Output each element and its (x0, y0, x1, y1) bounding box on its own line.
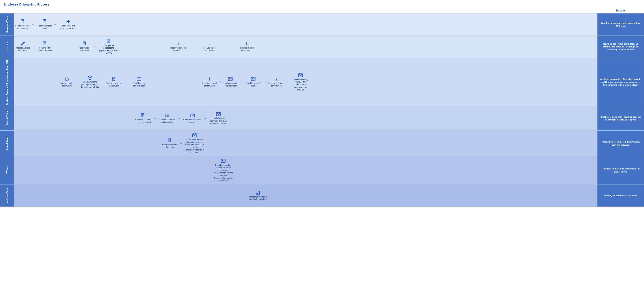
lane-newhire: New Hire Accepts & signs offer letter → … (0, 36, 644, 58)
lane-recruiting: Recruiting Team Sends offer letter to ca… (0, 14, 644, 36)
lane-body-it: Complete new hire equipment setup proces… (14, 156, 598, 184)
result-benefits-text: Enrollment completed, new hire benefits … (600, 116, 642, 121)
step-nh-5-label: Receives benefits information (169, 47, 187, 52)
svg-rect-22 (256, 193, 258, 194)
lane-header-recruiting: Recruiting Team (0, 14, 14, 36)
lane-body-etd: Receives notice of new hire → Sends welc… (14, 58, 598, 106)
lane-body-payroll: Receives benefits information → Complete… (14, 131, 598, 156)
step-etd-1: Receives notice of new hire (58, 76, 76, 87)
step-recruiting-3: Sends letter and docs to ETD Team (58, 19, 78, 30)
mail-icon-etd6 (228, 76, 233, 82)
step-nh-7: Receives IT setup confirmation (237, 41, 256, 52)
page-title: Employee Onboarding Process (0, 0, 644, 8)
step-pay-2: Completes payroll setup & direct deposit… (184, 133, 206, 154)
step-etd-2: Sends welcome package (schedule, benefit… (80, 75, 100, 88)
doc-arrow-icon (66, 19, 70, 24)
step-ben-4: Emails benefits summary and plan details… (208, 112, 229, 125)
arrow-etd3: → (125, 80, 128, 84)
result-it: IT setup completed, confirmation sent an… (598, 156, 644, 184)
mail-icon-etd7 (251, 76, 256, 82)
lane-marketing: Marketing Team Schedules Welcome meeting… (0, 184, 644, 206)
arrow-etd6: → (239, 80, 242, 84)
calendar-icon-mkt1 (255, 190, 260, 195)
arrow-etd7: → (264, 80, 268, 84)
download-icon-nh6 (207, 41, 212, 46)
download-icon-nh5 (176, 41, 181, 46)
result-payroll: Payroll setup completed, confirmation se… (598, 131, 644, 156)
mail-icon-etd9 (298, 73, 303, 78)
lane-benefits: Benefits Team Receives benefits options … (0, 106, 644, 131)
result-recruiting-text: New hire acceptance letter received by E… (600, 22, 642, 28)
lane-etd: Employee Training & Development Team (ET… (0, 58, 644, 106)
result-newhire-text: New hire paperwork completed, all confir… (600, 42, 642, 51)
lane-body-benefits: Receives benefits options paperwork → Co… (14, 106, 598, 130)
lane-label-payroll: Payroll Team (5, 136, 9, 150)
mail-icon-pay2 (192, 133, 197, 138)
arrow-nh1: → (32, 45, 36, 49)
lane-label-it: IT Team (5, 166, 9, 175)
step-etd-1-label: Receives notice of new hire (59, 82, 75, 87)
step-etd-3: Receives new hire paperwork (103, 76, 125, 87)
lane-label-marketing: Marketing Team (5, 187, 9, 204)
lane-header-etd: Employee Training & Development Team (ET… (0, 58, 14, 106)
doc-icon-nh4 (106, 39, 111, 44)
svg-point-14 (166, 115, 166, 116)
step-pay-2-label: Completes payroll setup & direct deposit… (185, 138, 204, 154)
arrow-etd1: → (76, 80, 80, 84)
doc-icon-2 (42, 19, 47, 24)
lane-body-marketing: Schedules Welcome meeting for new hire (14, 184, 598, 206)
step-etd-4-label: Email forms to benefits team (129, 82, 149, 87)
doc-icon-pay1 (167, 138, 172, 143)
arrow-etd5: → (218, 80, 222, 84)
step-nh-4-label: Completes onboarding paperwork & returns… (99, 44, 119, 55)
step-nh-4: Completes onboarding paperwork & returns… (98, 39, 120, 55)
arrow-r1: → (32, 22, 36, 26)
step-pay-1-label: Receives benefits information (160, 144, 178, 148)
step-etd-7-label: Email forms to IT team (243, 82, 263, 87)
result-marketing-text: Meeting with new hire completed (604, 194, 637, 197)
lane-header-payroll: Payroll Team (0, 131, 14, 156)
result-etd-text: Confirms completion of benefits, payroll… (600, 78, 642, 86)
step-etd-7: Email forms to IT team (242, 76, 264, 87)
lane-header-marketing: Marketing Team (0, 184, 14, 206)
arrow-nh3: → (93, 45, 98, 49)
list-icon-ben2 (165, 113, 170, 118)
lane-body-recruiting: Sends offer letter to candidate → Receiv… (14, 14, 598, 36)
step-ben-2-label: Completes new hire benefits enrollment (158, 118, 176, 124)
doc-icon-nh2 (42, 41, 47, 46)
step-it-1-label: Complete new hire equipment setup proces… (213, 164, 233, 182)
step-mkt-1: Schedules Welcome meeting for new hire (246, 190, 270, 201)
result-marketing: Meeting with new hire completed (598, 184, 644, 206)
doc-icon-1 (20, 19, 25, 24)
lane-payroll: Payroll Team Receives benefits informati… (0, 131, 644, 156)
result-it-text: IT setup completed, confirmation sent an… (600, 167, 642, 173)
step-etd-2-label: Sends welcome package (schedule, benefit… (81, 81, 99, 88)
step-recruiting-2-label: Receives signed letter (37, 25, 53, 30)
result-newhire: New hire paperwork completed, all confir… (598, 36, 644, 58)
lane-label-newhire: New Hire (5, 41, 9, 52)
results-header: Results (598, 8, 644, 13)
step-etd-6-label: Email documents to payroll team (222, 82, 238, 87)
lane-label-recruiting: Recruiting Team (5, 16, 9, 34)
arrow-ben2: → (177, 116, 182, 120)
arrow-ben1: → (153, 116, 157, 120)
lanes-wrapper: Recruiting Team Sends offer letter to ca… (0, 13, 644, 207)
step-etd-6: Email documents to payroll team (222, 76, 239, 87)
step-nh-5: Receives benefits information (168, 41, 188, 52)
download-icon-etd8 (274, 76, 279, 82)
lane-header-newhire: New Hire (0, 36, 14, 58)
step-recruiting-1: Sends offer letter to candidate (14, 19, 32, 30)
svg-point-13 (166, 114, 166, 114)
step-etd-8-label: Receives IT setup confirmation (268, 82, 284, 87)
step-recruiting-1-label: Sends offer letter to candidate (15, 25, 31, 30)
step-ben-2: Completes new hire benefits enrollment (157, 113, 177, 124)
arrow-r2: → (54, 22, 58, 26)
step-nh-3-label: Receives info from ETD (76, 47, 92, 52)
step-ben-4-label: Emails benefits summary and plan details… (208, 117, 228, 125)
doc-icon-nh3 (82, 41, 87, 46)
results-header-row: Results (0, 8, 644, 13)
step-nh-2-label: Returns offer letter to recruiter (37, 47, 53, 52)
step-etd-8: Receives IT setup confirmation (268, 76, 285, 87)
svg-point-15 (166, 116, 166, 117)
step-nh-6-label: Receives payroll confirmation (200, 47, 218, 52)
